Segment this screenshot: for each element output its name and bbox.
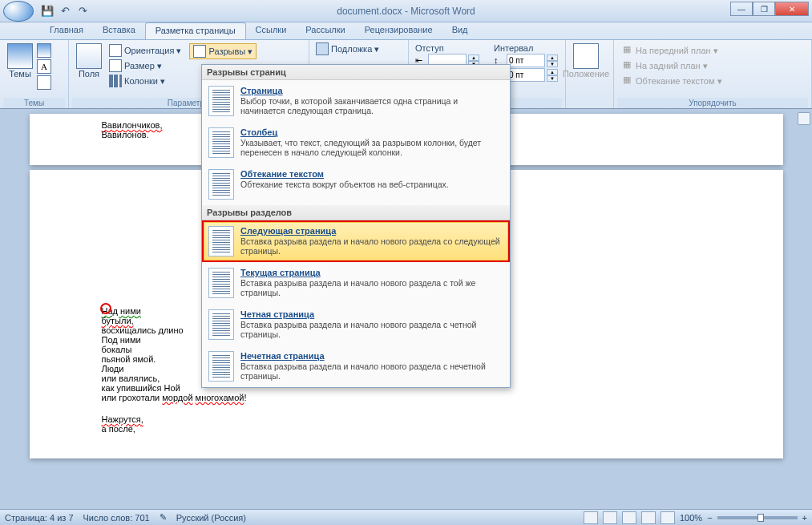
margins-button[interactable]: Поля — [72, 42, 106, 88]
nextpage-break-icon — [208, 226, 234, 256]
break-continuous[interactable]: Текущая страницаВставка разрыва раздела … — [202, 262, 510, 304]
position-button[interactable]: Положение — [569, 42, 603, 80]
break-even-page[interactable]: Четная страницаВставка разрыва раздела и… — [202, 304, 510, 345]
break-textwrap[interactable]: Обтекание текстомОбтекание текста вокруг… — [202, 164, 510, 205]
oddpage-break-icon — [208, 351, 234, 382]
themes-button[interactable]: Темы — [3, 42, 37, 90]
size-label: Размер — [124, 61, 155, 71]
view-print-layout[interactable] — [584, 511, 598, 524]
window-controls: — ❐ ✕ — [730, 2, 809, 16]
break-column-title: Столбец — [240, 127, 503, 137]
break-page[interactable]: СтраницаВыбор точки, в которой заканчива… — [202, 80, 510, 122]
dropdown-header-sectionbreaks: Разрывы разделов — [202, 205, 510, 220]
watermark-icon — [316, 42, 329, 55]
break-next-page[interactable]: Следующая страницаВставка разрыва раздел… — [202, 220, 510, 262]
group-arrange-label: Упорядочить — [617, 98, 808, 108]
cursor-highlight — [100, 303, 111, 314]
tab-mailings[interactable]: Рассылки — [296, 22, 354, 39]
wrap-icon: ▦ — [620, 75, 633, 87]
close-button[interactable]: ✕ — [775, 2, 809, 16]
breaks-icon — [193, 45, 206, 58]
doc-text: Нажрутся, — [102, 414, 143, 424]
position-label: Положение — [563, 69, 609, 79]
doc-text: мордой — [162, 393, 192, 402]
title-bar: 💾 ↶ ↷ document.docx - Microsoft Word — ❐… — [0, 0, 812, 22]
ribbon-tabs: Главная Вставка Разметка страницы Ссылки… — [0, 22, 812, 40]
ruler-toggle[interactable] — [798, 112, 810, 125]
break-oddpage-desc: Вставка разрыва раздела и начало нового … — [240, 361, 486, 381]
space-after-input[interactable] — [507, 68, 545, 82]
columns-button[interactable]: Колонки ▾ — [106, 74, 184, 88]
tab-page-layout[interactable]: Разметка страницы — [145, 22, 246, 39]
office-button[interactable] — [3, 1, 34, 22]
group-themes-label: Темы — [3, 98, 65, 108]
maximize-button[interactable]: ❐ — [753, 2, 775, 16]
break-evenpage-title: Четная страница — [240, 309, 503, 319]
colors-icon[interactable] — [37, 43, 51, 58]
dropdown-header-pagebreaks: Разрывы страниц — [202, 65, 510, 80]
watermark-button[interactable]: Подложка ▾ — [313, 42, 382, 56]
status-page[interactable]: Страница: 4 из 7 — [5, 513, 74, 523]
continuous-break-icon — [208, 268, 234, 298]
break-oddpage-title: Нечетная страница — [240, 351, 503, 361]
group-position: Положение — [566, 40, 614, 108]
spin-up[interactable]: ▲ — [468, 55, 479, 61]
bring-front-button[interactable]: ▦На передний план ▾ — [617, 43, 808, 58]
redo-icon[interactable]: ↷ — [75, 4, 90, 18]
front-icon: ▦ — [620, 44, 633, 57]
tab-review[interactable]: Рецензирование — [355, 22, 442, 39]
fonts-icon[interactable]: A — [37, 59, 51, 74]
evenpage-break-icon — [208, 309, 234, 340]
group-arrange: ▦На передний план ▾ ▦На задний план ▾ ▦О… — [614, 40, 812, 108]
orientation-icon — [109, 44, 122, 57]
back-label: На задний план — [636, 61, 701, 71]
break-column-desc: Указывает, что текст, следующий за разры… — [240, 138, 481, 157]
zoom-level[interactable]: 100% — [680, 513, 702, 523]
spin-up[interactable]: ▲ — [547, 69, 558, 75]
status-proofing-icon[interactable]: ✎ — [160, 512, 167, 523]
columns-label: Колонки — [124, 76, 158, 86]
themes-label: Темы — [9, 69, 31, 79]
view-full-screen[interactable] — [603, 511, 617, 524]
view-draft[interactable] — [661, 511, 675, 524]
space-before-input[interactable] — [507, 54, 545, 67]
effects-icon[interactable] — [37, 75, 51, 90]
wrap-text-button[interactable]: ▦Обтекание текстом ▾ — [617, 74, 808, 88]
back-icon: ▦ — [620, 59, 633, 72]
save-icon[interactable]: 💾 — [40, 4, 55, 18]
tab-home[interactable]: Главная — [40, 22, 93, 39]
break-column[interactable]: СтолбецУказывает, что текст, следующий з… — [202, 122, 510, 164]
send-back-button[interactable]: ▦На задний план ▾ — [617, 59, 808, 73]
spin-down[interactable]: ▼ — [547, 75, 558, 82]
group-themes: Темы A Темы — [0, 40, 69, 108]
minimize-button[interactable]: — — [730, 2, 753, 16]
spin-up[interactable]: ▲ — [547, 55, 558, 61]
size-button[interactable]: Размер ▾ — [106, 59, 184, 73]
tab-view[interactable]: Вид — [442, 22, 478, 39]
zoom-out-button[interactable]: − — [707, 513, 712, 523]
tab-insert[interactable]: Вставка — [93, 22, 145, 39]
undo-icon[interactable]: ↶ — [58, 4, 72, 18]
zoom-thumb[interactable] — [757, 514, 764, 522]
doc-text: Вавилончиков, — [102, 120, 163, 130]
status-language[interactable]: Русский (Россия) — [176, 513, 246, 523]
break-odd-page[interactable]: Нечетная страницаВставка разрыва раздела… — [202, 345, 510, 387]
spin-down[interactable]: ▼ — [547, 61, 558, 67]
break-page-desc: Выбор точки, в которой заканчивается одн… — [240, 96, 458, 115]
status-word-count[interactable]: Число слов: 701 — [83, 513, 150, 523]
page-break-icon — [208, 86, 234, 116]
tab-references[interactable]: Ссылки — [246, 22, 297, 39]
doc-text: а после, — [102, 424, 772, 434]
zoom-slider[interactable] — [717, 516, 798, 519]
zoom-in-button[interactable]: + — [802, 513, 807, 523]
view-web-layout[interactable] — [622, 511, 636, 524]
doc-text: бутыли, — [102, 316, 134, 325]
margins-icon — [76, 43, 102, 69]
breaks-button[interactable]: Разрывы ▾ — [189, 43, 257, 59]
indent-label: Отступ — [415, 43, 479, 53]
view-outline[interactable] — [641, 511, 656, 524]
column-break-icon — [208, 127, 234, 158]
break-textwrap-title: Обтекание текстом — [240, 169, 449, 179]
orientation-button[interactable]: Ориентация ▾ — [106, 43, 184, 58]
breaks-label: Разрывы — [208, 46, 245, 56]
